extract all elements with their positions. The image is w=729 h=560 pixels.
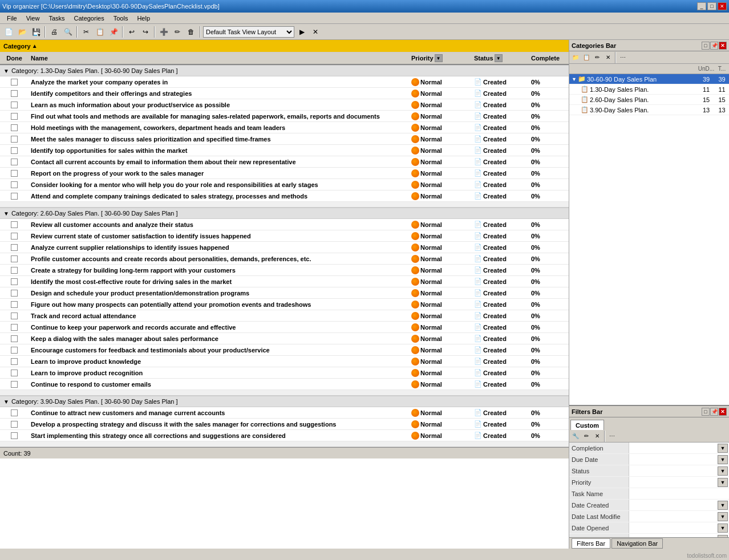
task-row: Develop a prospecting strategy and discu… xyxy=(0,419,569,430)
filter-bar-pin[interactable]: 📌 xyxy=(710,408,718,416)
cat-item[interactable]: 📋 2.60-Day Sales Plan. 15 15 xyxy=(569,95,729,105)
sort-icon[interactable]: ▲ xyxy=(32,43,38,49)
task-checkbox[interactable] xyxy=(11,381,18,388)
task-checkbox[interactable] xyxy=(11,90,18,97)
cat-tb-edit[interactable]: ✏ xyxy=(592,52,602,63)
task-checkbox[interactable] xyxy=(11,147,18,154)
filter-tb-delete[interactable]: ✕ xyxy=(592,431,602,441)
layout-dropdown[interactable]: Default Task View Layout xyxy=(203,26,294,38)
task-checkbox[interactable] xyxy=(11,181,18,188)
filter-dropdown-button[interactable]: ▼ xyxy=(718,512,728,521)
menu-categories[interactable]: Categories xyxy=(70,14,109,23)
task-checkbox[interactable] xyxy=(11,255,18,262)
tb-open-button[interactable]: 📂 xyxy=(16,26,29,38)
menu-tools[interactable]: Tools xyxy=(109,14,133,23)
col-header-name[interactable]: Name xyxy=(29,55,409,62)
menu-help[interactable]: Help xyxy=(132,14,155,23)
title-bar-controls[interactable]: _ □ ✕ xyxy=(697,2,727,10)
cat-tb-delete[interactable]: ✕ xyxy=(603,52,613,63)
filter-bar-restore[interactable]: □ xyxy=(702,408,710,416)
status-filter-dropdown[interactable]: ▼ xyxy=(495,54,503,62)
categories-bar-controls[interactable]: □ 📌 ✕ xyxy=(702,42,727,50)
tb-edittask-button[interactable]: ✏ xyxy=(171,26,184,38)
filter-tb-more[interactable]: ⋯ xyxy=(607,431,617,441)
task-checkbox[interactable] xyxy=(11,159,18,165)
filter-tb-edit[interactable]: ✏ xyxy=(581,431,592,441)
tb-layout-delete-button[interactable]: ✕ xyxy=(309,26,322,38)
task-checkbox[interactable] xyxy=(11,370,18,376)
filter-dropdown-button[interactable]: ▼ xyxy=(718,478,728,487)
task-checkbox[interactable] xyxy=(11,358,18,365)
tb-save-button[interactable]: 💾 ▼ xyxy=(30,26,42,38)
task-priority: Normal xyxy=(409,112,472,120)
task-checkbox[interactable] xyxy=(11,347,18,354)
filter-dropdown-button[interactable]: ▼ xyxy=(718,466,728,476)
cat-item[interactable]: 📋 3.90-Day Sales Plan. 13 13 xyxy=(569,105,729,115)
tb-cut-button[interactable]: ✂ xyxy=(80,26,92,38)
filters-bar-controls[interactable]: □ 📌 ✕ xyxy=(702,408,727,416)
minimize-button[interactable]: _ xyxy=(697,2,706,10)
task-checkbox[interactable] xyxy=(11,290,18,297)
task-checkbox[interactable] xyxy=(11,136,18,143)
task-checkbox[interactable] xyxy=(11,421,18,428)
tb-newtask-button[interactable]: ➕ xyxy=(157,26,170,38)
task-checkbox[interactable] xyxy=(11,113,18,120)
tb-layout-apply-button[interactable]: ▶ xyxy=(295,26,308,38)
close-button[interactable]: ✕ xyxy=(718,2,727,10)
expand-icon[interactable]: ▼ xyxy=(3,210,9,217)
filter-bar-close[interactable]: ✕ xyxy=(719,408,727,416)
priority-label: Normal xyxy=(420,255,442,262)
menu-tasks[interactable]: Tasks xyxy=(44,14,69,23)
task-checkbox[interactable] xyxy=(11,409,18,416)
task-checkbox[interactable] xyxy=(11,221,18,228)
tb-preview-button[interactable]: 🔍 xyxy=(62,26,74,38)
task-checkbox[interactable] xyxy=(11,324,18,331)
task-checkbox[interactable] xyxy=(11,278,18,285)
task-checkbox[interactable] xyxy=(11,335,18,342)
cat-tb-more[interactable]: ⋯ xyxy=(618,52,628,63)
task-checkbox[interactable] xyxy=(11,301,18,308)
tb-print-button[interactable]: 🖨 xyxy=(48,26,60,38)
cat-item[interactable]: 📋 1.30-Day Sales Plan. 11 11 xyxy=(569,84,729,95)
task-checkbox[interactable] xyxy=(11,313,18,319)
task-checkbox[interactable] xyxy=(11,244,18,251)
tb-undo-button[interactable]: ↩ xyxy=(125,26,138,38)
maximize-button[interactable]: □ xyxy=(707,2,716,10)
bottom-tab-navigation[interactable]: Navigation Bar xyxy=(611,538,663,549)
cat-bar-restore[interactable]: □ xyxy=(702,42,710,50)
cat-bar-pin[interactable]: 📌 xyxy=(710,42,718,50)
filter-dropdown-button[interactable]: ▼ xyxy=(718,455,728,464)
priority-filter-dropdown[interactable]: ▼ xyxy=(435,54,443,62)
tb-redo-button[interactable]: ↪ xyxy=(139,26,152,38)
menu-file[interactable]: File xyxy=(2,14,22,23)
expand-icon[interactable]: ▼ xyxy=(3,68,9,74)
cat-tb-addchild[interactable]: 📋 xyxy=(581,52,592,63)
expand-icon[interactable]: ▼ xyxy=(3,399,9,405)
task-checkbox[interactable] xyxy=(11,432,18,439)
bottom-tab-filters[interactable]: Filters Bar xyxy=(572,538,610,549)
tb-paste-button[interactable]: 📌 xyxy=(107,26,120,38)
filter-dropdown-button[interactable]: ▼ xyxy=(718,524,728,533)
filter-tab-custom[interactable]: Custom xyxy=(570,420,604,430)
task-checkbox[interactable] xyxy=(11,79,18,86)
status-label: Created xyxy=(483,170,507,177)
task-checkbox[interactable] xyxy=(11,102,18,108)
cat-item[interactable]: ▼ 📁 30-60-90 Day Sales Plan 39 39 xyxy=(569,74,729,84)
tb-copy-button[interactable]: 📋 xyxy=(94,26,106,38)
filter-dropdown-button[interactable]: ▼ xyxy=(718,444,728,453)
task-checkbox[interactable] xyxy=(11,267,18,274)
tb-deletetask-button[interactable]: 🗑 xyxy=(185,26,197,38)
tb-new-button[interactable]: 📄 xyxy=(2,26,15,38)
expand-icon[interactable]: ▼ xyxy=(572,76,577,82)
task-checkbox[interactable] xyxy=(11,124,18,131)
task-checkbox[interactable] xyxy=(11,193,18,200)
task-checkbox[interactable] xyxy=(11,233,18,240)
task-checkbox-cell xyxy=(0,381,29,388)
task-checkbox-cell xyxy=(0,233,29,240)
filter-tb-new[interactable]: 🔧 xyxy=(570,431,581,441)
task-checkbox[interactable] xyxy=(11,170,18,177)
menu-view[interactable]: View xyxy=(22,14,44,23)
filter-dropdown-button[interactable]: ▼ xyxy=(718,501,728,510)
cat-tb-add[interactable]: 📁 xyxy=(570,52,581,63)
cat-bar-close[interactable]: ✕ xyxy=(719,42,727,50)
